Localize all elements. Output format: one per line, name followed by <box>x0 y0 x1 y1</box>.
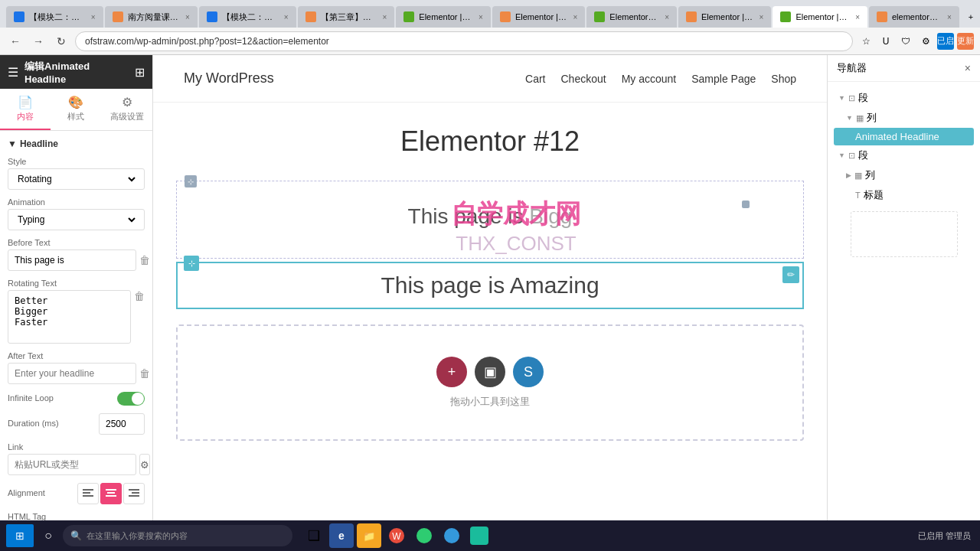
section-move-handle[interactable]: ⊹ <box>185 175 197 187</box>
tab-content[interactable]: 📄 内容 <box>0 89 51 130</box>
tab-2[interactable]: 南方阅量课程 - F... × <box>105 6 198 28</box>
element-edit-icon[interactable]: ✏ <box>782 266 799 283</box>
nav-shop[interactable]: Shop <box>771 73 796 85</box>
nav-forward-btn[interactable]: → <box>29 32 47 51</box>
tab-close-10[interactable]: × <box>947 13 952 21</box>
tab-close-2[interactable]: × <box>185 13 190 21</box>
tab-1[interactable]: 【模块二：阅量课... × <box>6 6 103 28</box>
animation-field-row: Animation Typing <box>8 197 145 230</box>
tab-9[interactable]: Elementor | Elem... × <box>773 6 867 28</box>
tab-close-8[interactable]: × <box>760 13 764 21</box>
link-input[interactable]: 粘贴URL或类型 <box>8 454 136 475</box>
animation-select-wrapper[interactable]: Typing <box>8 209 145 230</box>
start-button[interactable]: ⊞ <box>6 524 34 547</box>
taskbar-taskview[interactable]: ❑ <box>302 523 326 548</box>
align-center-btn[interactable] <box>100 483 122 504</box>
headline-full-content: This page is Amazing <box>381 272 599 298</box>
nav-account[interactable]: My account <box>622 73 677 85</box>
menu-icon[interactable]: ☰ <box>8 65 18 80</box>
drop-zone[interactable]: + ▣ S 拖动小工具到这里 <box>176 324 804 441</box>
style-select-wrapper[interactable]: Rotating <box>8 168 145 190</box>
align-right-btn[interactable] <box>123 483 145 504</box>
link-settings-btn[interactable]: ⚙ <box>139 454 150 475</box>
address-bar[interactable]: ofstraw.com/wp-admin/post.php?post=12&ac… <box>75 31 853 51</box>
right-panel: 导航器 × ▼ ⊡ 段 ▼ ▦ 列 Animated Headline <box>827 55 980 551</box>
tab-10[interactable]: elementor_考宝... × <box>869 6 959 28</box>
infinite-loop-row: Infinite Loop <box>8 392 145 406</box>
taskbar-app-4[interactable] <box>412 523 436 548</box>
tab-favicon-9 <box>780 11 791 22</box>
new-tab-btn[interactable]: + <box>961 6 980 28</box>
nav-item-section2[interactable]: ▼ ⊡ 段 <box>834 145 974 165</box>
tab-close-7[interactable]: × <box>665 13 669 21</box>
settings-icon[interactable]: ⚙ <box>917 33 934 50</box>
style-select[interactable]: Rotating <box>15 173 138 185</box>
template-btn[interactable]: S <box>513 357 544 387</box>
tab-label-5: Elementor | Elem... <box>419 12 472 21</box>
svg-rect-4 <box>107 492 115 494</box>
section-header-headline[interactable]: ▼ Headline <box>8 139 145 149</box>
nav-panel-close-btn[interactable]: × <box>965 62 971 74</box>
nav-item-section1[interactable]: ▼ ⊡ 段 <box>834 88 974 108</box>
cortana-btn[interactable]: ○ <box>37 524 60 547</box>
tab-4[interactable]: 【第三章】第三章... × <box>298 6 395 28</box>
before-text-clear[interactable]: 🗑 <box>139 254 150 266</box>
svg-rect-3 <box>106 489 116 491</box>
duration-input[interactable]: 2500 <box>99 413 145 435</box>
svg-rect-2 <box>83 495 93 497</box>
after-text-wrapper: 🗑 <box>8 363 145 384</box>
canvas-area[interactable]: My WordPress Cart Checkout My account Sa… <box>153 55 827 551</box>
tab-close-9[interactable]: × <box>855 13 860 21</box>
nav-item-animated-headline[interactable]: Animated Headline <box>834 128 974 145</box>
nav-item-col2[interactable]: ▶ ▦ 列 <box>834 165 974 185</box>
taskbar-app-folder[interactable]: 📁 <box>357 523 381 548</box>
after-text-clear[interactable]: 🗑 <box>139 367 150 380</box>
before-text-input[interactable]: This page is <box>8 249 136 271</box>
nav-cart[interactable]: Cart <box>525 73 545 85</box>
tab-7[interactable]: Elementor | My ... × <box>586 6 677 28</box>
element-drag-handle[interactable]: ⊹ <box>184 256 199 271</box>
tab-favicon-10 <box>877 11 887 22</box>
tab-close-3[interactable]: × <box>284 13 289 21</box>
tab-8[interactable]: Elementor | Web... × <box>678 6 771 28</box>
widget-btn[interactable]: ▣ <box>475 357 505 387</box>
tab-style[interactable]: 🎨 样式 <box>51 89 101 130</box>
tab-6[interactable]: Elementor | Web... × <box>492 6 585 28</box>
nav-panel-title: 导航器 <box>837 61 867 75</box>
tab-close-4[interactable]: × <box>383 13 387 21</box>
animation-select[interactable]: Typing <box>15 214 138 226</box>
nav-back-btn[interactable]: ← <box>6 32 24 51</box>
headline-element[interactable]: ⊹ ✏ This page is Amazing <box>176 262 804 309</box>
tab-close-5[interactable]: × <box>479 13 483 21</box>
nav-sample[interactable]: Sample Page <box>691 73 756 85</box>
grid-icon[interactable]: ⊞ <box>135 65 145 80</box>
update-btn[interactable]: 更新 <box>957 33 974 50</box>
taskbar-app-3[interactable]: W <box>384 523 409 548</box>
tab-advanced[interactable]: ⚙ 高级设置 <box>102 89 152 130</box>
add-element-btn[interactable]: + <box>436 357 467 387</box>
taskbar-search[interactable]: 🔍 在这里输入你要搜索的内容 <box>63 525 292 546</box>
svg-point-12 <box>444 528 459 543</box>
nav-item-col1[interactable]: ▼ ▦ 列 <box>834 108 974 128</box>
rotating-text-clear[interactable]: 🗑 <box>134 290 145 302</box>
taskbar-app-6[interactable] <box>467 523 492 548</box>
nav-arrow-1: ▼ <box>838 94 845 102</box>
after-text-input[interactable] <box>8 363 136 384</box>
tab-close-6[interactable]: × <box>573 13 578 21</box>
nav-item-title[interactable]: T 标题 <box>834 185 974 205</box>
nav-refresh-btn[interactable]: ↻ <box>52 32 70 51</box>
taskbar-app-5[interactable] <box>439 523 464 548</box>
infinite-loop-toggle[interactable] <box>117 392 145 406</box>
align-left-btn[interactable] <box>77 483 99 504</box>
tab-3[interactable]: 【模块二：阅量课... × <box>199 6 296 28</box>
style-icon: 🎨 <box>68 95 83 109</box>
tab-close-1[interactable]: × <box>91 13 96 21</box>
extension-icon[interactable]: U <box>877 33 894 50</box>
star-icon[interactable]: ☆ <box>858 33 874 50</box>
rotating-text-input[interactable]: Better Bigger Faster <box>8 290 131 344</box>
nav-checkout[interactable]: Checkout <box>560 73 606 85</box>
tab-5[interactable]: Elementor | Elem... × <box>396 6 491 28</box>
security-icon[interactable]: 🛡 <box>897 33 914 50</box>
taskbar-app-ie[interactable]: e <box>329 523 354 548</box>
translate-icon[interactable]: 已启 <box>937 33 954 50</box>
